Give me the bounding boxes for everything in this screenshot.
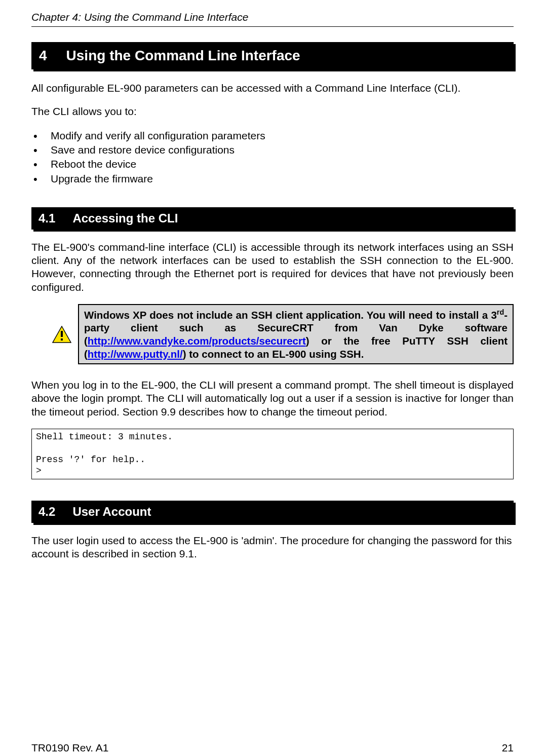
cli-output-box: Shell timeout: 3 minutes. Press '?' for … — [31, 429, 514, 479]
svg-rect-1 — [61, 331, 63, 337]
warning-callout: Windows XP does not include an SSH clien… — [50, 304, 514, 364]
callout-text: Windows XP does not include an SSH clien… — [84, 309, 497, 321]
link-vandyke[interactable]: http://www.vandyke.com/products/securecr… — [88, 335, 306, 347]
page-footer: TR0190 Rev. A1 21 — [31, 742, 514, 754]
section-4-heading: 4Using the Command Line Interface — [31, 42, 514, 69]
warning-icon — [50, 304, 74, 364]
chapter-header: Chapter 4: Using the Command Line Interf… — [31, 11, 514, 23]
section-4-1-p2: When you log in to the EL-900, the CLI w… — [31, 379, 514, 419]
section-4-2-p1: The user login used to access the EL-900… — [31, 534, 514, 561]
bullet-item: Upgrade the firmware — [31, 172, 514, 186]
callout-sup: rd — [497, 308, 504, 316]
footer-rev: TR0190 Rev. A1 — [31, 742, 109, 754]
footer-page-number: 21 — [502, 742, 514, 754]
section-4-1-number: 4.1 — [38, 211, 55, 225]
section-4-1-heading: 4.1Accessing the CLI — [31, 207, 514, 230]
section-4-intro-1: All configurable EL-900 parameters can b… — [31, 82, 514, 95]
section-4-number: 4 — [39, 48, 47, 64]
section-4-bullet-list: Modify and verify all configuration para… — [31, 129, 514, 186]
section-4-2-title: User Account — [72, 505, 151, 518]
section-4-1-title: Accessing the CLI — [72, 211, 178, 225]
link-putty[interactable]: http://www.putty.nl/ — [88, 348, 183, 360]
section-4-2-number: 4.2 — [38, 505, 55, 519]
bullet-item: Save and restore device configurations — [31, 143, 514, 157]
section-4-1-p1: The EL-900's command-line interface (CLI… — [31, 241, 514, 294]
section-4-intro-2: The CLI allows you to: — [31, 105, 514, 118]
section-4-title: Using the Command Line Interface — [66, 48, 300, 63]
bullet-item: Modify and verify all configuration para… — [31, 129, 514, 143]
header-rule — [31, 26, 514, 27]
section-4-2-heading: 4.2User Account — [31, 501, 514, 523]
bullet-item: Reboot the device — [31, 157, 514, 171]
svg-rect-2 — [61, 338, 63, 341]
callout-text: ) to connect to an EL-900 using SSH. — [183, 348, 364, 360]
warning-text: Windows XP does not include an SSH clien… — [78, 304, 514, 364]
